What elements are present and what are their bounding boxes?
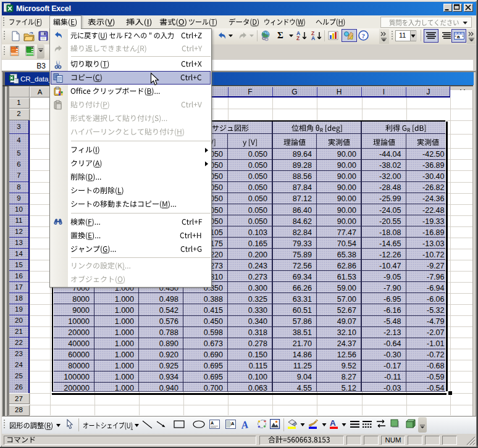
- svg-text:A: A: [311, 35, 315, 41]
- svg-text:?: ?: [362, 31, 366, 39]
- svg-text:A: A: [211, 421, 214, 425]
- svg-text:Z: Z: [296, 35, 300, 41]
- svg-text:a: a: [457, 33, 460, 39]
- svg-text:A: A: [330, 418, 336, 428]
- svg-text:A: A: [231, 421, 235, 426]
- svg-text:A: A: [241, 419, 249, 430]
